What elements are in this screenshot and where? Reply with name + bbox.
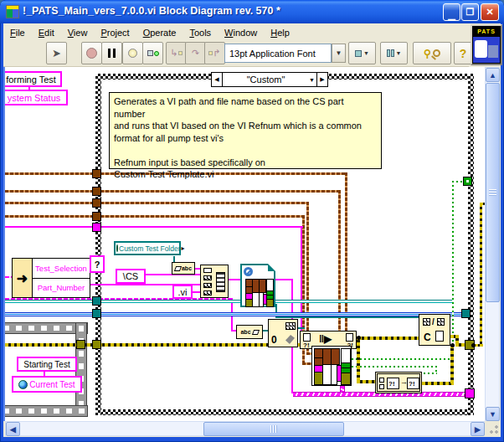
- tunnel-string[interactable]: [92, 223, 101, 232]
- restore-button[interactable]: ❐: [461, 3, 479, 21]
- path-to-string-node[interactable]: abc: [172, 262, 195, 275]
- vi-ext-constant[interactable]: .vi: [172, 285, 193, 299]
- abort-button[interactable]: [81, 42, 102, 64]
- wire-segment[interactable]: [352, 366, 437, 367]
- tunnel-cluster[interactable]: [92, 169, 101, 178]
- wire-segment[interactable]: [5, 312, 463, 316]
- scroll-left-button[interactable]: ◀: [6, 422, 20, 436]
- concatenate-strings-node[interactable]: [200, 265, 229, 298]
- vi-icon-panel[interactable]: PATS: [471, 24, 502, 65]
- case-selector-value[interactable]: "Custom": [223, 75, 309, 85]
- wire-segment[interactable]: [424, 373, 437, 374]
- clean-up-diagram-button[interactable]: ⚲: [413, 42, 451, 64]
- wire-segment[interactable]: [480, 203, 485, 205]
- wire-segment[interactable]: [357, 337, 360, 382]
- scroll-up-button[interactable]: ▲: [486, 68, 500, 82]
- custom-test-folder-global[interactable]: Custom Test Folder ▸: [114, 241, 181, 255]
- menu-item-file[interactable]: File: [3, 26, 32, 39]
- sequence-border-bottom[interactable]: [5, 405, 88, 417]
- wire-segment[interactable]: [338, 190, 341, 346]
- wire-segment[interactable]: [298, 327, 305, 329]
- wire-segment[interactable]: [5, 226, 303, 228]
- font-selector-dropdown[interactable]: ▼: [332, 44, 346, 63]
- tunnel-error[interactable]: [92, 340, 101, 349]
- distribute-objects-button[interactable]: ▼: [380, 42, 408, 64]
- step-into-button[interactable]: ↳: [166, 42, 187, 64]
- case-dropdown-arrow[interactable]: ▼: [309, 77, 315, 83]
- wire-segment[interactable]: [357, 380, 375, 383]
- close-button[interactable]: ✕: [481, 3, 499, 21]
- wire-segment[interactable]: [5, 300, 454, 303]
- wire-segment[interactable]: [5, 202, 309, 204]
- minimize-button[interactable]: ▁: [443, 3, 460, 21]
- tunnel-string[interactable]: [465, 388, 475, 398]
- tunnel-error[interactable]: [76, 340, 85, 349]
- step-out-button[interactable]: ↱: [204, 42, 225, 64]
- call-by-reference-vi-icon[interactable]: [311, 346, 352, 386]
- case-next-arrow[interactable]: ▶: [316, 73, 327, 86]
- sequence-border-right[interactable]: [75, 322, 87, 417]
- help-button[interactable]: ?: [454, 42, 472, 64]
- scroll-down-button[interactable]: ▼: [486, 407, 500, 421]
- close-reference-node[interactable]: / C: [419, 314, 450, 346]
- tunnel-boolean[interactable]: [463, 177, 472, 186]
- tunnel-refnum[interactable]: [92, 309, 101, 318]
- titlebar[interactable]: !_PATS_Main_vers_7.0.0.vi Block Diagram …: [0, 0, 504, 23]
- tunnel-refnum[interactable]: [92, 296, 101, 306]
- wire-segment[interactable]: [452, 181, 454, 358]
- menu-item-edit[interactable]: Edit: [32, 26, 61, 39]
- wire-segment[interactable]: [450, 345, 454, 383]
- run-button[interactable]: ➤: [46, 42, 67, 64]
- step-over-button[interactable]: ↷: [185, 42, 206, 64]
- menu-item-help[interactable]: Help: [264, 26, 296, 39]
- horizontal-scroll-thumb[interactable]: [203, 422, 344, 436]
- comment-box[interactable]: Generates a VI path and file name based …: [109, 92, 382, 169]
- font-selector[interactable]: 13pt Application Font: [224, 44, 332, 63]
- system-status-label[interactable]: ystem Status: [5, 90, 68, 105]
- open-vi-reference-node[interactable]: 0: [268, 319, 298, 347]
- pause-button[interactable]: [101, 42, 122, 64]
- unbundle-field-test-selection[interactable]: Test_Selection: [33, 259, 90, 279]
- case-structure-border-right[interactable]: [468, 74, 474, 415]
- starting-test-constant[interactable]: Starting Test: [17, 357, 77, 372]
- highlight-execution-button[interactable]: [122, 42, 143, 64]
- case-structure-border-left[interactable]: [95, 74, 101, 415]
- retain-wire-values-button[interactable]: [142, 42, 163, 64]
- tunnel-cluster[interactable]: [92, 198, 101, 208]
- resize-grip[interactable]: [485, 421, 501, 436]
- align-objects-button[interactable]: ▼: [348, 42, 376, 64]
- menu-item-project[interactable]: Project: [94, 26, 136, 39]
- wire-segment[interactable]: [5, 215, 305, 218]
- unbundle-by-name-node[interactable]: ➜ Test_Selection Part_Number: [12, 258, 90, 298]
- merge-errors-node[interactable]: ?! → ?!: [375, 372, 422, 393]
- unbundle-field-part-number[interactable]: Part_Number: [33, 279, 90, 298]
- wire-segment[interactable]: [422, 382, 454, 385]
- case-prev-arrow[interactable]: ◀: [212, 73, 223, 86]
- cs-path-constant[interactable]: \CS: [116, 269, 146, 284]
- wire-segment[interactable]: [345, 172, 347, 346]
- menu-item-tools[interactable]: Tools: [183, 26, 218, 39]
- block-diagram[interactable]: ◀ "Custom" ▼ ▶ Generates a VI path and f…: [5, 67, 485, 421]
- case-selector-terminal[interactable]: ?: [90, 255, 105, 273]
- menubar[interactable]: FileEditViewProjectOperateToolsWindowHel…: [3, 24, 469, 40]
- case-selector-label[interactable]: ◀ "Custom" ▼ ▶: [211, 72, 328, 87]
- string-to-path-node[interactable]: abc: [236, 325, 263, 339]
- static-vi-reference[interactable]: [240, 264, 275, 307]
- wire-segment[interactable]: [358, 337, 419, 340]
- wire-segment[interactable]: [5, 190, 341, 193]
- wire-segment[interactable]: [5, 343, 305, 347]
- menu-item-window[interactable]: Window: [218, 26, 264, 39]
- horizontal-scrollbar[interactable]: ◀ ▶: [5, 421, 485, 436]
- vertical-scrollbar[interactable]: ▲ ▼: [485, 67, 500, 421]
- wire-segment[interactable]: [480, 203, 482, 347]
- current-test-global[interactable]: Current Test: [12, 376, 82, 393]
- menu-item-operate[interactable]: Operate: [136, 26, 183, 39]
- tunnel-cluster[interactable]: [92, 212, 101, 221]
- performing-test-label[interactable]: forming Test: [5, 71, 62, 87]
- menu-item-view[interactable]: View: [61, 26, 95, 39]
- tunnel-cluster[interactable]: [92, 187, 101, 196]
- wire-segment[interactable]: [275, 316, 419, 318]
- case-structure-border-bottom[interactable]: [95, 409, 474, 415]
- tunnel-refnum[interactable]: [461, 309, 471, 318]
- scroll-right-button[interactable]: ▶: [471, 422, 485, 436]
